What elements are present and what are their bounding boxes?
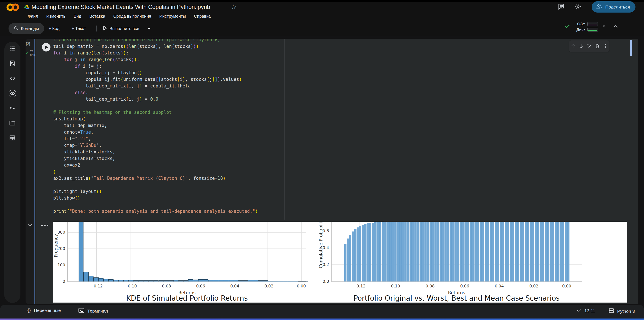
comments-icon[interactable] [558, 3, 565, 11]
braces-icon: {} [27, 308, 31, 313]
chart-bar [223, 280, 228, 282]
disk-usage-bar [587, 28, 598, 31]
run-all-caret-icon[interactable] [147, 28, 151, 31]
add-text-cell-button[interactable]: + Текст [72, 23, 86, 34]
chart-bar [424, 222, 426, 282]
execution-count[interactable]: [2] [26, 42, 30, 46]
scratchpad-eye-icon[interactable] [9, 90, 16, 97]
resource-monitor[interactable]: ОЗУ Диск [564, 21, 618, 32]
chart-bar [474, 222, 476, 282]
x-tick-label: −0.12 [346, 284, 372, 288]
chart-bar [430, 222, 432, 282]
code-line [53, 182, 258, 188]
code-line: tail_dep_matrix, [53, 122, 258, 129]
chart-bar [417, 222, 419, 282]
chart-bar [552, 222, 554, 282]
chart-bar [128, 280, 133, 282]
colab-logo-icon[interactable] [6, 2, 20, 13]
move-cell-down-icon[interactable] [578, 43, 584, 49]
chart-bar [347, 239, 349, 282]
scrollbar-thumb[interactable] [630, 40, 632, 56]
gridline [68, 249, 306, 249]
code-content[interactable]: # Constructing the Tail Dependence Matri… [53, 39, 258, 215]
chart-bar [402, 222, 404, 282]
chart-bar [555, 222, 557, 282]
settings-gear-icon[interactable] [574, 3, 582, 11]
menu-item[interactable]: Файл [27, 13, 38, 19]
run-cell-button[interactable] [42, 43, 50, 51]
x-tick-label: −0.06 [450, 284, 476, 288]
chart-bar [193, 280, 198, 282]
chart-bar [440, 222, 442, 282]
star-icon[interactable]: ☆ [231, 3, 236, 10]
gridline [301, 222, 302, 282]
move-cell-up-icon[interactable] [570, 43, 576, 49]
add-code-cell-button[interactable]: + Код [48, 23, 60, 34]
chart-bar [228, 280, 233, 282]
command-palette-button[interactable]: Команды [8, 23, 44, 34]
code-line: ax=ax2 [53, 162, 258, 169]
window-top-strip [0, 0, 644, 2]
chart-title: Portfolio Original vs. Worst, Best and M… [329, 295, 584, 302]
data-table-icon[interactable] [9, 134, 16, 141]
chart-bar [394, 222, 396, 282]
share-button[interactable]: Поделиться [592, 1, 636, 12]
chart-bar [359, 226, 362, 282]
chart-bar [298, 281, 303, 282]
chart-bar [560, 222, 562, 282]
gridline [96, 222, 97, 282]
code-snippets-icon[interactable] [9, 75, 16, 82]
menu-item[interactable]: Изменить [46, 13, 66, 19]
chart-bar [507, 222, 509, 282]
chart-bar [482, 222, 484, 282]
collapse-toolbar-icon[interactable] [613, 24, 618, 29]
chart-bar [517, 222, 520, 282]
x-tick-label: −0.10 [381, 284, 407, 288]
terminal-button[interactable]: Терминал [78, 308, 108, 314]
menu-item[interactable]: Вставка [89, 13, 106, 19]
chart-bar [273, 281, 278, 282]
chart-title: KDE of Simulated Portfolio Returns [59, 295, 315, 302]
secrets-key-icon[interactable] [9, 105, 16, 111]
gridline [164, 222, 165, 282]
chart-bar [410, 222, 412, 282]
cell-focus-indicator [34, 39, 35, 304]
share-people-icon [596, 4, 602, 10]
chart-bar [470, 222, 472, 282]
menu-item[interactable]: Вид [73, 13, 82, 19]
table-of-contents-icon[interactable] [9, 45, 16, 52]
chart-bar [382, 222, 384, 282]
files-folder-icon[interactable] [9, 120, 16, 126]
chart-bar [495, 222, 497, 282]
execution-success-icon [25, 51, 29, 55]
code-editor[interactable]: # Constructing the Tail Dependence Matri… [35, 39, 638, 220]
chart-bar [258, 281, 263, 282]
kernel-selector[interactable]: Python 3 [608, 308, 635, 315]
output-options-icon[interactable] [41, 225, 48, 226]
last-run-status[interactable]: 13:11 [576, 308, 595, 314]
chart-bar [218, 280, 223, 282]
bottom-gradient-strip [0, 319, 644, 320]
chart-bar [158, 281, 163, 282]
menu-bar: ФайлИзменитьВидВставкаСреда выполненияИн… [27, 12, 211, 20]
chart-bar [114, 280, 118, 282]
chart-bar [547, 222, 550, 282]
chart-bar [188, 279, 193, 282]
delete-cell-icon[interactable] [594, 43, 600, 49]
menu-item[interactable]: Инструменты [159, 13, 186, 19]
notebook-title[interactable]: Modelling Extreme Stock Market Events Wi… [32, 4, 210, 10]
run-all-button[interactable]: Выполнить все [103, 23, 139, 34]
status-check-icon [576, 308, 582, 314]
more-options-icon[interactable] [603, 43, 608, 49]
menu-item[interactable]: Справка [194, 13, 211, 19]
gridline [68, 265, 306, 265]
chart-bar [414, 222, 416, 282]
terminal-label: Терминал [87, 309, 108, 314]
output-collapse-icon[interactable] [27, 223, 33, 228]
ai-edit-pencil-icon[interactable] [586, 43, 592, 49]
chart-bar [288, 281, 293, 282]
resources-caret-icon[interactable] [602, 25, 606, 29]
variables-button[interactable]: {} Переменные [27, 308, 61, 313]
menu-item[interactable]: Среда выполнения [113, 13, 152, 19]
find-and-replace-icon[interactable] [9, 60, 16, 67]
